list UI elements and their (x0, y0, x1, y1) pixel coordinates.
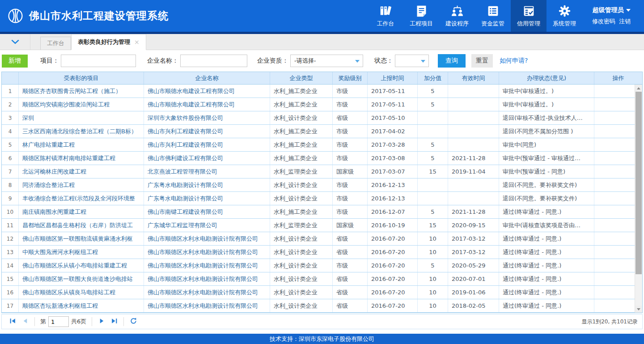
qualification-select[interactable]: -请选择- (290, 55, 363, 67)
table-row[interactable]: 15佛山市顺德区第一联围大良街道逢沙电排站佛山市顺德区水利水电勘测设计院有限公司… (2, 272, 635, 286)
table-row[interactable]: 12佛山市顺德区第一联围勒流镇黄麻涌水利枢佛山市顺德区水利水电勘测设计院有限公司… (2, 232, 635, 246)
cell-company[interactable]: 佛山市顺德区水利水电勘测设计院有限公司 (144, 259, 270, 272)
cell-action (594, 111, 635, 124)
last-page-button[interactable] (108, 316, 120, 327)
cell-company[interactable]: 佛山市顺德水电建设工程有限公司 (144, 85, 270, 98)
cell-action (594, 219, 635, 232)
cell-project[interactable]: 佛山市顺德区乐从镇良马电排站工程 (19, 286, 144, 299)
table-row[interactable]: 1顺德区齐杏联围青云闸站工程（施工）佛山市顺德水电建设工程有限公司水利_施工类企… (2, 85, 635, 98)
table-row[interactable]: 14佛山市顺德区乐从镇小布电排站重建工程佛山市顺德区水利水电勘测设计院有限公司水… (2, 259, 635, 272)
cell-company[interactable]: 佛山市南键工程建设有限公司 (144, 205, 270, 218)
table-row[interactable]: 11昌都地区昌都县生格村段（右岸）防洪堤工广东城华工程监理有限公司水利_监理类企… (2, 219, 635, 232)
cell-company[interactable]: 佛山市顺德区水利水电勘测设计院有限公司 (144, 286, 270, 299)
cell-status: 通过(终审通过 - 同意.) (499, 259, 594, 272)
user-menu: 超级管理员 修改密码 注销 (582, 0, 644, 32)
cell-project[interactable]: 林广电排站重建工程 (19, 138, 144, 151)
workbench-icon (379, 4, 392, 17)
table-row[interactable]: 16佛山市顺德区乐从镇良马电排站工程佛山市顺德区水利水电勘测设计院有限公司水利_… (2, 286, 635, 299)
nav-item-funds[interactable]: 资金监管 (475, 0, 511, 32)
cell-company[interactable]: 佛山市顺德区水利水电勘测设计院有限公司 (144, 299, 270, 312)
table-row[interactable]: 2顺德区均安镇南沙围凌沿闸站工程佛山市顺德水电建设工程有限公司水利_施工类企业市… (2, 98, 635, 111)
page-prefix: 第 (40, 318, 46, 326)
table-row[interactable]: 9丰收涌综合整治工程(示范段及全河段环境整广东粤水电勘测设计有限公司水利_设计类… (2, 192, 635, 205)
cell-type: 水利_设计类企业 (270, 111, 333, 124)
logout-link[interactable]: 注销 (619, 17, 631, 25)
cell-project[interactable]: 佛山市顺德区第一联围大良街道逢沙电排站 (19, 272, 144, 285)
cell-report_time: 2016-07-20 (368, 259, 418, 272)
cell-project[interactable]: 佛山市顺德区乐从镇小布电排站重建工程 (19, 259, 144, 272)
cell-company[interactable]: 佛山市兴利工程建设有限公司 (144, 138, 270, 151)
project-filter-input[interactable] (61, 55, 136, 67)
cell-project[interactable]: 顺德区齐杏联围青云闸站工程（施工） (19, 85, 144, 98)
table-row[interactable]: 17顺德区杏坛新涌水利枢纽工程佛山市顺德区水利水电勘测设计院有限公司水利_设计类… (2, 299, 635, 313)
cell-project[interactable]: 三水区西南涌北段综合整治工程（二期B标） (19, 125, 144, 138)
table-row[interactable]: 7北运河榆林庄闸改建工程北京燕波工程管理有限公司水利_监理类企业国家级2017-… (2, 165, 635, 178)
company-filter-input[interactable] (180, 55, 247, 67)
add-button[interactable]: 新增 (2, 55, 28, 68)
page-number-input[interactable] (48, 316, 69, 327)
cell-num: 7 (2, 165, 19, 178)
cell-company[interactable]: 广东粤水电勘测设计有限公司 (144, 178, 270, 191)
scroll-up-button[interactable] (635, 85, 642, 92)
cell-project[interactable]: 佛山市顺德区第一联围勒流镇黄麻涌水利枢 (19, 232, 144, 245)
nav-item-procedure[interactable]: 建设程序 (439, 0, 475, 32)
nav-item-projects[interactable]: 工程项目 (403, 0, 439, 32)
collapse-tabs-button[interactable] (0, 34, 30, 50)
table-row[interactable]: 4三水区西南涌北段综合整治工程（二期B标）佛山市兴利工程建设有限公司水利_施工类… (2, 125, 635, 138)
system-icon (558, 4, 571, 17)
cell-company[interactable]: 深圳市大象软件股份有限公司 (144, 111, 270, 124)
tab-close-icon[interactable]: × (134, 38, 140, 46)
next-page-button[interactable] (95, 316, 108, 327)
cell-company[interactable]: 佛山市佛利建设工程有限公司 (144, 152, 270, 165)
scrollbar-track[interactable] (635, 274, 642, 306)
search-button[interactable]: 查询 (438, 54, 466, 68)
cell-report_time: 2016-10-19 (368, 219, 418, 232)
nav-item-workbench[interactable]: 工作台 (368, 0, 403, 32)
tab-commend-management[interactable]: 表彰类良好行为管理 × (71, 34, 146, 50)
status-select[interactable] (395, 55, 429, 67)
nav-item-credit[interactable]: 信用管理 (511, 0, 547, 32)
vertical-scrollbar[interactable] (635, 85, 642, 313)
cell-project[interactable]: 顺德区均安镇南沙围凌沿闸站工程 (19, 98, 144, 111)
reset-button[interactable]: 重置 (471, 54, 493, 68)
cell-company[interactable]: 广东城华工程监理有限公司 (144, 219, 270, 232)
cell-company[interactable]: 广东粤水电勘测设计有限公司 (144, 192, 270, 205)
cell-company[interactable]: 佛山市顺德区水利水电勘测设计院有限公司 (144, 232, 270, 245)
cell-report_time: 2016-07-20 (368, 246, 418, 259)
cell-level: 市级 (333, 192, 368, 205)
cell-project[interactable]: 同济涌综合整治工程 (19, 178, 144, 191)
change-password-link[interactable]: 修改密码 (592, 17, 615, 25)
cell-company[interactable]: 佛山市顺德区水利水电勘测设计院有限公司 (144, 272, 270, 285)
scrollbar-thumb[interactable] (636, 92, 642, 274)
cell-company[interactable]: 佛山市顺德水电建设工程有限公司 (144, 98, 270, 111)
how-to-apply-link[interactable]: 如何申请? (500, 57, 528, 65)
scroll-down-button[interactable] (635, 306, 642, 313)
cell-company[interactable]: 佛山市顺德区水利水电勘测设计院有限公司 (144, 246, 270, 259)
cell-project[interactable]: 昌都地区昌都县生格村段（右岸）防洪堤工 (19, 219, 144, 232)
cell-project[interactable]: 深圳 (19, 111, 144, 124)
cell-project[interactable]: 北运河榆林庄闸改建工程 (19, 165, 144, 178)
cell-project[interactable]: 中顺大围凫洲河水利枢纽工程 (19, 246, 144, 259)
table-row[interactable]: 6顺德区陈村镇潭村南电排站重建工程佛山市佛利建设工程有限公司水利_施工类企业市级… (2, 152, 635, 165)
first-page-button[interactable] (6, 316, 19, 327)
cell-project[interactable]: 丰收涌综合整治工程(示范段及全河段环境整 (19, 192, 144, 205)
cell-company[interactable]: 佛山市兴利工程建设有限公司 (144, 125, 270, 138)
cell-project[interactable]: 南庄镇南围水闸重建工程 (19, 205, 144, 218)
cell-type: 水利_设计类企业 (270, 259, 333, 272)
table-row[interactable]: 5林广电排站重建工程佛山市兴利工程建设有限公司水利_施工类企业市级2017-03… (2, 138, 635, 152)
user-dropdown[interactable]: 超级管理员 (593, 6, 631, 14)
prev-page-button[interactable] (19, 316, 31, 327)
brand: 佛山市水利工程建设管理系统 (0, 0, 169, 32)
table-row[interactable]: 3深圳深圳市大象软件股份有限公司水利_设计类企业省级2017-05-10退回(审… (2, 111, 635, 125)
cell-action (594, 165, 635, 178)
cell-status: 通过(终审通过 - 同意.) (499, 205, 594, 218)
cell-company[interactable]: 北京燕波工程管理有限公司 (144, 165, 270, 178)
cell-project[interactable]: 顺德区陈村镇潭村南电排站重建工程 (19, 152, 144, 165)
table-row[interactable]: 10南庄镇南围水闸重建工程佛山市南键工程建设有限公司水利_施工类企业市级2016… (2, 205, 635, 219)
nav-item-system[interactable]: 系统管理 (547, 0, 582, 32)
tab-workbench[interactable]: 工作台 (40, 37, 71, 50)
table-row[interactable]: 13中顺大围凫洲河水利枢纽工程佛山市顺德区水利水电勘测设计院有限公司水利_设计类… (2, 246, 635, 259)
refresh-button[interactable] (127, 316, 140, 327)
cell-project[interactable]: 顺德区杏坛新涌水利枢纽工程 (19, 299, 144, 312)
table-row[interactable]: 8同济涌综合整治工程广东粤水电勘测设计有限公司水利_设计类企业市级2016-12… (2, 178, 635, 192)
